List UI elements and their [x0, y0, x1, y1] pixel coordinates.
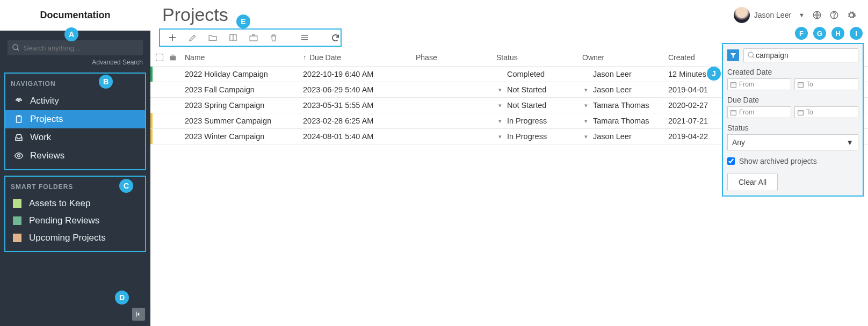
book-button[interactable]: [228, 33, 238, 42]
clear-all-button[interactable]: Clear All: [727, 173, 778, 191]
folder-upcoming-projects[interactable]: Upcoming Projects: [5, 229, 145, 247]
col-due-date[interactable]: ↑Due Date: [303, 53, 416, 62]
trash-button[interactable]: [269, 33, 278, 42]
cell-owner[interactable]: Jason Leer: [582, 70, 668, 78]
avatar[interactable]: [734, 7, 750, 23]
open-folder-button[interactable]: [208, 33, 218, 42]
collapse-sidebar-button[interactable]: [132, 308, 145, 321]
svg-line-16: [753, 56, 754, 58]
global-search-input[interactable]: [24, 44, 139, 52]
cell-due: 2023-05-31 5:55 AM: [303, 101, 416, 110]
chevron-down-icon: ▾: [496, 133, 504, 140]
select-all-checkbox[interactable]: [156, 54, 163, 61]
sidebar-item-activity[interactable]: Activity: [5, 92, 145, 110]
svg-rect-6: [136, 311, 136, 316]
svg-rect-21: [731, 110, 736, 115]
cell-status[interactable]: ▾In Progress: [496, 117, 582, 125]
main-area: Projects Jason Leer ▼ F G H I E: [150, 0, 868, 326]
col-phase[interactable]: Phase: [416, 53, 496, 62]
chevron-down-icon: ▾: [496, 102, 504, 109]
cell-name: 2023 Winter Campaign: [185, 132, 303, 141]
cell-name: 2022 Holiday Campaign: [185, 70, 303, 78]
svg-point-5: [18, 155, 20, 157]
advanced-search-link[interactable]: Advanced Search: [0, 56, 150, 70]
briefcase-button[interactable]: [249, 33, 258, 42]
cell-owner[interactable]: ▾Tamara Thomas: [582, 117, 668, 125]
archived-checkbox[interactable]: [727, 157, 735, 165]
filter-panel: J Created Date From To Due Date: [722, 43, 864, 197]
svg-rect-3: [17, 116, 21, 122]
help-icon[interactable]: [829, 10, 839, 20]
folder-pending-reviews[interactable]: Pending Reviews: [5, 212, 145, 229]
global-search[interactable]: [8, 40, 143, 55]
cell-due: 2024-08-01 5:40 AM: [303, 132, 416, 141]
calendar-icon: [730, 109, 737, 116]
search-icon: [747, 51, 756, 60]
sidebar-item-projects[interactable]: Projects: [5, 110, 145, 128]
svg-point-0: [13, 45, 18, 49]
cell-owner[interactable]: ▾Jason Leer: [582, 85, 668, 94]
cell-owner[interactable]: ▾Jason Leer: [582, 132, 668, 141]
add-button[interactable]: [168, 33, 177, 42]
user-area: Jason Leer ▼: [734, 7, 856, 23]
smart-folders-section: C SMART FOLDERS Assets to KeepPending Re…: [4, 176, 146, 252]
badge-a: A: [64, 27, 78, 41]
folder-color-swatch: [13, 216, 21, 225]
clipboard-icon: [13, 114, 25, 124]
calendar-icon: [730, 81, 737, 88]
chevron-down-icon[interactable]: ▼: [799, 12, 805, 18]
created-date-label: Created Date: [727, 68, 858, 76]
svg-rect-19: [798, 82, 804, 87]
signal-icon: [13, 96, 25, 106]
cell-status[interactable]: Completed: [496, 70, 582, 78]
folder-color-swatch: [13, 234, 21, 242]
cell-due: 2022-10-19 6:40 AM: [303, 70, 416, 78]
badge-j: J: [707, 67, 721, 81]
svg-rect-10: [250, 36, 257, 41]
folder-label: Pending Reviews: [29, 215, 99, 226]
nav-label: Projects: [30, 114, 63, 125]
folder-assets-to-keep[interactable]: Assets to Keep: [5, 195, 145, 212]
created-to-input[interactable]: To: [794, 78, 858, 90]
col-owner[interactable]: Owner: [582, 53, 668, 62]
created-from-input[interactable]: From: [727, 78, 791, 90]
cell-status[interactable]: ▾In Progress: [496, 132, 582, 141]
status-select[interactable]: Any ▼: [727, 134, 858, 150]
cell-owner[interactable]: ▾Tamara Thomas: [582, 101, 668, 110]
page-title: Projects: [162, 4, 228, 25]
folder-color-swatch: [13, 199, 21, 208]
filter-toggle[interactable]: [727, 49, 739, 61]
due-from-input[interactable]: From: [727, 106, 791, 118]
cell-status[interactable]: ▾Not Started: [496, 85, 582, 94]
sidebar-item-reviews[interactable]: Reviews: [5, 147, 145, 165]
refresh-button[interactable]: [331, 33, 340, 42]
due-to-input[interactable]: To: [794, 106, 858, 118]
globe-icon[interactable]: [812, 10, 822, 20]
nav-label: Work: [30, 132, 51, 143]
app-title: Documentation: [0, 0, 150, 31]
sidebar: Documentation A Advanced Search B NAVIGA…: [0, 0, 150, 326]
user-name[interactable]: Jason Leer: [754, 11, 791, 19]
col-status[interactable]: Status: [496, 53, 582, 62]
cell-name: 2023 Fall Campaign: [185, 85, 303, 94]
list-button[interactable]: [300, 33, 309, 42]
sidebar-item-work[interactable]: Work: [5, 128, 145, 147]
chevron-down-icon: ▾: [582, 133, 590, 140]
chevron-down-icon: ▾: [582, 102, 590, 109]
filter-search-input[interactable]: [756, 51, 855, 60]
svg-rect-14: [170, 56, 176, 60]
archived-label: Show archived projects: [739, 157, 817, 165]
filter-icon: [729, 52, 737, 59]
archived-checkbox-row[interactable]: Show archived projects: [727, 157, 858, 165]
folder-label: Assets to Keep: [29, 198, 90, 209]
type-column-icon[interactable]: [169, 53, 185, 62]
navigation-title: NAVIGATION: [5, 77, 145, 92]
cell-status[interactable]: ▾Not Started: [496, 101, 582, 110]
dropdown-icon: ▼: [846, 138, 853, 147]
filter-search[interactable]: [743, 48, 858, 62]
edit-button[interactable]: [188, 33, 197, 42]
calendar-icon: [797, 81, 804, 88]
gear-icon[interactable]: [847, 10, 856, 20]
svg-rect-4: [18, 115, 20, 117]
col-name[interactable]: Name: [185, 53, 303, 62]
